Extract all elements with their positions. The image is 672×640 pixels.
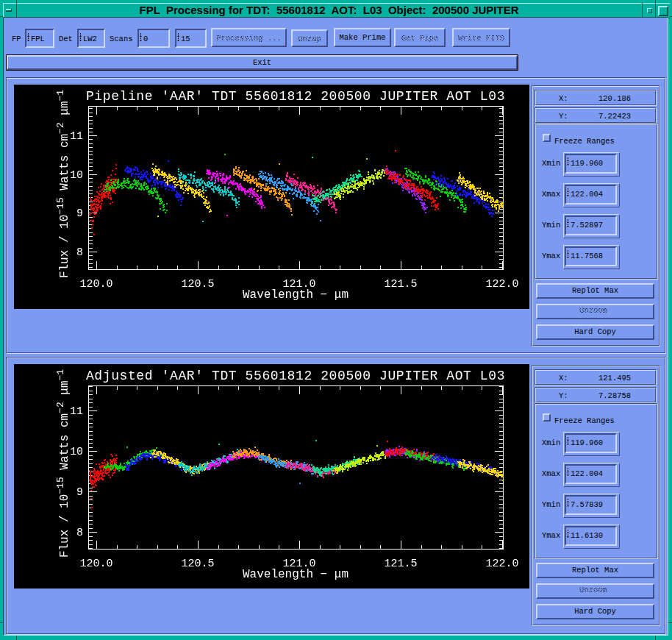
- svg-text:Processing ...: Processing ...: [216, 34, 281, 43]
- svg-text:Unzoom: Unzoom: [579, 306, 607, 315]
- svg-text:Unzoom: Unzoom: [579, 586, 607, 594]
- svg-text:Write FITS: Write FITS: [458, 34, 504, 43]
- svg-text:Get Pipe: Get Pipe: [401, 34, 438, 43]
- svg-text:Unzap: Unzap: [298, 35, 321, 43]
